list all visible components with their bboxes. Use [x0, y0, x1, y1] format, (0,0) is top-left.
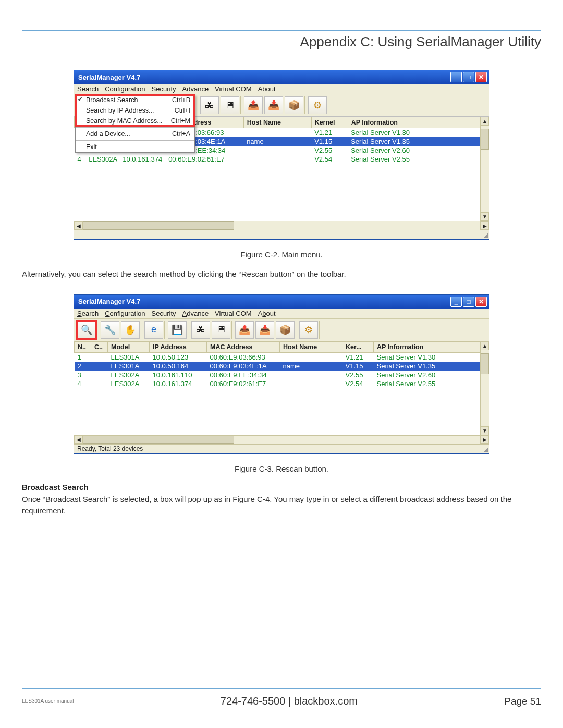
menu-search[interactable]: Search — [77, 310, 99, 317]
figure-caption-c2: Figure C-2. Main menu. — [22, 250, 541, 259]
table-row[interactable]: 3LES302A10.0.161.11000:60:E9:EE:34:34V2.… — [75, 371, 489, 379]
device-table: N.. C.. Model IP Address MAC Address Hos… — [74, 341, 489, 435]
table-row[interactable]: 4 LES302A 10.0.161.37400:60:E9:02:61:E7V… — [75, 155, 489, 164]
section-heading-broadcast-search: Broadcast Search — [22, 483, 541, 491]
menu-configuration[interactable]: Configuration — [105, 310, 145, 317]
table-row[interactable]: 4LES302A10.0.161.37400:60:E9:02:61:E7V2.… — [75, 379, 489, 388]
export-icon[interactable]: 📤 — [244, 96, 263, 114]
minimize-button[interactable]: _ — [450, 72, 462, 82]
col-kernel[interactable]: Ker... — [342, 341, 374, 352]
download-icon[interactable]: 📦 — [276, 321, 295, 339]
menu-item-broadcast-search[interactable]: Broadcast SearchCtrl+B — [76, 95, 194, 105]
scroll-left-icon[interactable]: ◀ — [74, 221, 83, 230]
figure-caption-c3: Figure C-3. Rescan button. — [22, 464, 541, 473]
export-icon[interactable]: 📤 — [235, 321, 254, 339]
menu-security[interactable]: Security — [152, 310, 176, 317]
close-button[interactable]: ✕ — [475, 297, 487, 307]
titlebar[interactable]: SerialManager V4.7 _ □ ✕ — [74, 70, 489, 84]
minimize-button[interactable]: _ — [450, 297, 462, 307]
page-footer: LES301A user manual 724-746-5500 | black… — [22, 688, 541, 707]
titlebar[interactable]: SerialManager V4.7 _ □ ✕ — [74, 295, 489, 309]
col-ip[interactable]: IP Address — [150, 341, 207, 352]
vertical-scrollbar[interactable]: ▲ ▼ — [480, 341, 489, 435]
monitor-icon[interactable]: 🖥 — [212, 321, 230, 339]
scroll-right-icon[interactable]: ▶ — [480, 221, 489, 230]
tool-icon-2[interactable]: ✋ — [121, 321, 140, 339]
col-mac[interactable]: MAC Address — [207, 341, 280, 352]
table-row[interactable]: 2LES301A10.0.50.16400:60:E9:03:4E:1Aname… — [75, 362, 489, 371]
col-kernel[interactable]: Kernel — [311, 117, 348, 128]
menu-advance[interactable]: Advance — [182, 85, 209, 93]
col-host[interactable]: Host Name — [243, 117, 311, 128]
monitor-icon[interactable]: 🖥 — [221, 96, 239, 114]
scroll-down-icon[interactable]: ▼ — [481, 212, 489, 221]
browser-icon[interactable]: e — [144, 321, 163, 339]
statusbar: Ready, Total 23 devices — [74, 444, 489, 453]
disk-icon[interactable]: 💾 — [168, 321, 187, 339]
settings-icon[interactable]: ⚙ — [299, 321, 318, 339]
close-button[interactable]: ✕ — [475, 72, 487, 82]
download-icon[interactable]: 📦 — [285, 96, 303, 114]
col-model[interactable]: Model — [108, 341, 150, 352]
horizontal-scrollbar[interactable]: ◀ ▶ — [74, 435, 489, 444]
menu-about[interactable]: About — [258, 310, 276, 317]
menu-virtual-com[interactable]: Virtual COM — [215, 85, 252, 93]
menu-item-search-by-ip[interactable]: Search by IP Address...Ctrl+I — [76, 105, 194, 116]
rescan-button[interactable]: 🔍 — [77, 321, 96, 339]
body-paragraph-1: Alternatively, you can select the search… — [22, 268, 541, 280]
footer-manual-id: LES301A user manual — [22, 698, 74, 704]
vertical-scrollbar[interactable]: ▲ ▼ — [480, 117, 489, 221]
body-paragraph-2: Once “Broadcast Search” is selected, a b… — [22, 493, 541, 516]
scroll-up-icon[interactable]: ▲ — [481, 341, 489, 350]
horizontal-scrollbar[interactable]: ◀ ▶ — [74, 221, 489, 230]
col-c[interactable]: C.. — [91, 341, 108, 352]
maximize-button[interactable]: □ — [463, 297, 474, 307]
serialmanager-window-1: SerialManager V4.7 _ □ ✕ Search Configur… — [74, 70, 489, 240]
settings-icon[interactable]: ⚙ — [308, 96, 327, 114]
menu-security[interactable]: Security — [152, 85, 176, 93]
scroll-down-icon[interactable]: ▼ — [481, 426, 489, 435]
scroll-left-icon[interactable]: ◀ — [74, 436, 83, 444]
menu-about[interactable]: About — [258, 85, 276, 93]
toolbar: 🔍 🔧 ✋ e 💾 🖧 🖥 📤 📥 📦 ⚙ — [74, 319, 489, 341]
scroll-up-icon[interactable]: ▲ — [481, 117, 489, 126]
menu-virtual-com[interactable]: Virtual COM — [215, 310, 252, 317]
menu-advance[interactable]: Advance — [182, 310, 209, 317]
tool-icon-1[interactable]: 🔧 — [101, 321, 119, 339]
scroll-right-icon[interactable]: ▶ — [480, 436, 489, 444]
menu-search[interactable]: Search — [77, 85, 99, 93]
footer-page-number: Page 51 — [504, 696, 541, 707]
table-row[interactable]: 1LES301A10.0.50.12300:60:E9:03:66:93V1.2… — [75, 352, 489, 362]
menubar[interactable]: Search Configuration Security Advance Vi… — [74, 309, 489, 319]
status-text: Ready, Total 23 devices — [77, 445, 143, 452]
menu-item-exit[interactable]: Exit — [76, 142, 194, 152]
menu-item-search-by-mac[interactable]: Search by MAC Address...Ctrl+M — [76, 116, 194, 126]
serialmanager-window-2: SerialManager V4.7 _ □ ✕ Search Configur… — [74, 294, 489, 454]
page-title: Appendix C: Using SerialManager Utility — [22, 34, 541, 50]
import-icon[interactable]: 📥 — [264, 96, 283, 114]
footer-contact: 724-746-5500 | blackbox.com — [74, 695, 505, 707]
statusbar — [74, 230, 489, 239]
menubar[interactable]: Search Configuration Security Advance Vi… — [74, 84, 489, 94]
window-title: SerialManager V4.7 — [78, 298, 140, 305]
search-dropdown[interactable]: Broadcast SearchCtrl+B Search by IP Addr… — [75, 94, 195, 153]
col-host[interactable]: Host Name — [280, 341, 342, 352]
network-icon[interactable]: 🖧 — [191, 321, 210, 339]
col-n[interactable]: N.. — [75, 341, 91, 352]
menu-configuration[interactable]: Configuration — [105, 85, 145, 93]
col-ap[interactable]: AP Information — [374, 341, 489, 352]
col-ap[interactable]: AP Information — [348, 117, 488, 128]
import-icon[interactable]: 📥 — [255, 321, 274, 339]
menu-item-add-device[interactable]: Add a Device...Ctrl+A — [76, 129, 194, 139]
network-icon[interactable]: 🖧 — [200, 96, 219, 114]
maximize-button[interactable]: □ — [463, 72, 474, 82]
window-title: SerialManager V4.7 — [78, 73, 140, 81]
